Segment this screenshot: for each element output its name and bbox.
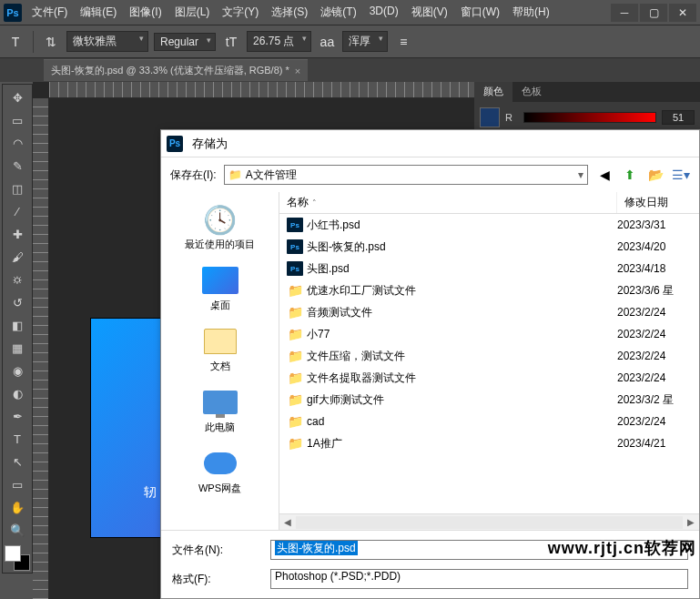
window-minimize-button[interactable]: ─: [611, 4, 638, 22]
file-name: gif大师测试文件: [307, 392, 617, 408]
file-row[interactable]: 📁文件压缩，测试文件2023/2/24: [279, 345, 699, 367]
place-documents[interactable]: 文档: [198, 321, 243, 377]
file-row[interactable]: Ps小红书.psd2023/3/31: [279, 214, 699, 236]
path-select-tool[interactable]: ↖: [5, 451, 30, 472]
folder-icon: 📁: [287, 392, 303, 407]
lasso-tool[interactable]: ◠: [5, 132, 30, 154]
font-size-icon: tT: [221, 32, 241, 52]
slider-r[interactable]: [523, 112, 656, 123]
place-label: 桌面: [210, 299, 230, 312]
font-style-dropdown[interactable]: Regular: [154, 33, 216, 51]
shape-tool[interactable]: ▭: [5, 473, 30, 495]
scroll-left-button[interactable]: ◀: [279, 517, 296, 527]
brush-tool[interactable]: 🖌: [5, 246, 30, 268]
folder-name: A文件管理: [246, 168, 297, 183]
file-row[interactable]: 📁1A推广2023/4/21: [279, 432, 699, 454]
nav-new-folder-button[interactable]: 📂: [646, 166, 664, 184]
healing-tool[interactable]: ✚: [5, 223, 30, 245]
place-wps[interactable]: WPS网盘: [195, 443, 245, 499]
menu-item-1[interactable]: 编辑(E): [74, 5, 123, 20]
file-row[interactable]: 📁cad2023/2/24: [279, 411, 699, 432]
history-brush-tool[interactable]: ↺: [5, 291, 30, 313]
folder-icon: 📁: [287, 305, 303, 320]
file-row[interactable]: 📁优速水印工厂测试文件2023/3/6 星: [279, 279, 699, 301]
tool-preset-icon[interactable]: T: [5, 32, 25, 52]
gradient-tool[interactable]: ▦: [5, 337, 30, 359]
pen-tool[interactable]: ✒: [5, 405, 30, 427]
options-bar: T ⇅ 微软雅黑 Regular tT 26.75 点 aa 浑厚 ≡: [0, 25, 700, 58]
hand-tool[interactable]: ✋: [5, 496, 30, 518]
menu-item-10[interactable]: 帮助(H): [506, 5, 556, 20]
folder-icon: 📁: [287, 436, 303, 451]
file-row[interactable]: 📁音频测试文件2023/2/24: [279, 301, 699, 323]
orientation-icon[interactable]: ⇅: [41, 32, 61, 52]
document-tab[interactable]: 头图-恢复的.psd @ 33.3% (优速文件压缩器, RGB/8) * ×: [44, 59, 308, 81]
slider-r-value[interactable]: 51: [662, 110, 695, 125]
stamp-tool[interactable]: ⛭: [5, 269, 30, 290]
place-desktop[interactable]: 桌面: [198, 260, 243, 316]
desktop-icon: [201, 264, 239, 297]
dialog-titlebar[interactable]: Ps 存储为: [161, 130, 699, 157]
zoom-tool[interactable]: 🔍: [5, 519, 30, 541]
foreground-color[interactable]: [5, 545, 21, 562]
color-swatch[interactable]: [5, 545, 30, 571]
scroll-track[interactable]: [296, 516, 683, 529]
place-this-pc[interactable]: 此电脑: [198, 382, 243, 438]
slider-r-label: R: [505, 112, 518, 123]
file-date: 2023/2/24: [617, 328, 692, 340]
folder-dropdown[interactable]: 📁 A文件管理 ▾: [224, 165, 588, 185]
quick-select-tool[interactable]: ✎: [5, 155, 30, 177]
horizontal-scrollbar[interactable]: ◀ ▶: [279, 513, 699, 530]
place-label: 此电脑: [205, 421, 235, 434]
file-row[interactable]: 📁小772023/2/24: [279, 323, 699, 345]
menu-item-3[interactable]: 图层(L): [168, 5, 217, 20]
file-name: 文件压缩，测试文件: [307, 349, 617, 364]
menu-item-5[interactable]: 选择(S): [265, 5, 314, 20]
scroll-right-button[interactable]: ▶: [683, 517, 699, 527]
nav-back-button[interactable]: ◀: [595, 166, 614, 184]
eraser-tool[interactable]: ◧: [5, 314, 30, 336]
file-row[interactable]: 📁文件名提取器测试文件2023/2/24: [279, 367, 699, 389]
column-header-date[interactable]: 修改日期: [617, 192, 699, 213]
menu-item-9[interactable]: 窗口(W): [454, 5, 506, 20]
color-preview-swatch[interactable]: [480, 107, 500, 127]
menu-item-8[interactable]: 视图(V): [405, 5, 454, 20]
ruler-vertical[interactable]: [33, 98, 49, 599]
place-label: 最近使用的项目: [185, 238, 255, 251]
panel-tab-color[interactable]: 颜色: [474, 82, 512, 102]
format-dropdown[interactable]: Photoshop (*.PSD;*.PDD): [270, 569, 688, 589]
font-family-dropdown[interactable]: 微软雅黑: [66, 31, 148, 52]
file-row[interactable]: 📁gif大师测试文件2023/3/2 星: [279, 389, 699, 411]
menu-item-2[interactable]: 图像(I): [123, 5, 167, 20]
folder-icon: 📁: [287, 283, 303, 298]
marquee-tool[interactable]: ▭: [5, 109, 30, 131]
type-tool[interactable]: T: [5, 428, 30, 450]
place-recent[interactable]: 🕓最近使用的项目: [181, 199, 259, 255]
blur-tool[interactable]: ◉: [5, 360, 30, 381]
documents-icon: [201, 325, 239, 358]
antialias-dropdown[interactable]: 浑厚: [342, 31, 388, 52]
move-tool[interactable]: ✥: [5, 86, 30, 108]
menu-item-0[interactable]: 文件(F): [25, 5, 74, 20]
nav-up-button[interactable]: ⬆: [621, 166, 639, 184]
window-maximize-button[interactable]: ▢: [640, 4, 667, 22]
font-size-dropdown[interactable]: 26.75 点: [247, 31, 311, 52]
window-close-button[interactable]: ✕: [669, 4, 696, 22]
filename-value: 头图-恢复的.psd: [275, 541, 358, 555]
file-row[interactable]: Ps头图.psd2023/4/18: [279, 258, 699, 279]
eyedropper-tool[interactable]: ∕: [5, 200, 30, 222]
align-left-icon[interactable]: ≡: [393, 32, 413, 52]
menu-item-6[interactable]: 滤镜(T): [314, 5, 362, 20]
tab-close-button[interactable]: ×: [295, 66, 300, 76]
file-row[interactable]: Ps头图-恢复的.psd2023/4/20: [279, 236, 699, 258]
crop-tool[interactable]: ◫: [5, 178, 30, 199]
panel-tab-swatches[interactable]: 色板: [512, 82, 551, 102]
view-menu-button[interactable]: ☰▾: [672, 166, 690, 184]
menu-item-7[interactable]: 3D(D): [363, 5, 405, 20]
column-header-name[interactable]: 名称˄: [279, 192, 617, 213]
menu-item-4[interactable]: 文字(Y): [216, 5, 265, 20]
dodge-tool[interactable]: ◐: [5, 382, 30, 404]
ruler-horizontal[interactable]: [49, 82, 474, 98]
file-name: cad: [307, 415, 617, 428]
filename-input[interactable]: 头图-恢复的.psd: [270, 540, 688, 560]
